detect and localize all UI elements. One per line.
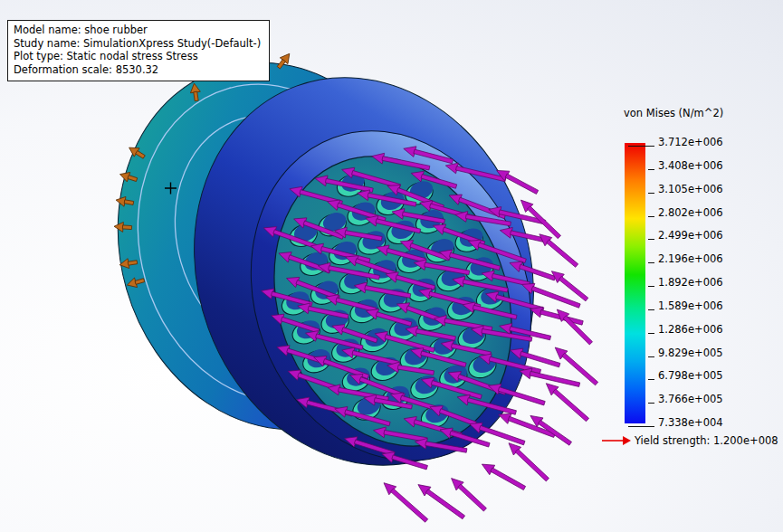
legend-tick-mark: [648, 262, 654, 263]
plot-type-line: Plot type: Static nodal stress Stress: [14, 50, 261, 63]
legend-title: von Mises (N/m^2): [624, 107, 723, 119]
legend-scale-row: 9.829e+005: [648, 346, 723, 360]
legend-scale-value: 2.196e+006: [658, 252, 723, 265]
legend-tick-mark: [648, 309, 654, 310]
legend-scale-row: 1.286e+006: [648, 322, 723, 337]
legend-tick-mark: [648, 356, 654, 357]
legend-scale-row: 3.766e+005: [648, 392, 723, 406]
legend-tick-mark: [648, 403, 654, 404]
legend-scale-value: 9.829e+005: [658, 347, 723, 359]
legend-scale-row: 1.892e+006: [648, 275, 723, 290]
legend-scale-row: 6.798e+005: [648, 368, 723, 383]
legend-scale-row: 2.499e+006: [648, 228, 723, 242]
legend-scale-row: 2.196e+006: [648, 252, 723, 266]
legend-scale-value: 3.105e+006: [658, 183, 723, 195]
study-name-line: Study name: SimulationXpress Study(-Defa…: [14, 37, 261, 51]
legend-tick-mark: [648, 169, 654, 170]
legend-scale-value: 3.712e+006: [658, 136, 723, 148]
legend-scale-row: 3.105e+006: [648, 182, 723, 196]
legend-scale-value: 1.589e+006: [658, 299, 723, 312]
force-arrow-icon: [542, 379, 591, 423]
force-arrow-icon: [505, 439, 551, 483]
legend-scale-row: 1.589e+006: [648, 299, 723, 313]
legend-scale-row: 3.408e+006: [648, 158, 723, 173]
legend-tick-mark: [648, 216, 654, 217]
yield-strength-row: Yield strength: 1.200e+008: [601, 434, 778, 447]
legend-scale-row: 3.712e+006: [628, 135, 723, 149]
legend-scale-value: 3.408e+006: [658, 159, 723, 172]
legend-tick-mark: [648, 193, 654, 194]
deformation-scale-line: Deformation scale: 8530.32: [14, 63, 261, 77]
legend-tick-mark: [628, 146, 654, 147]
yield-arrow-icon: [601, 435, 631, 446]
model-name-line: Model name: shoe rubber: [14, 24, 261, 37]
force-arrow-icon: [479, 460, 527, 493]
stress-legend: von Mises (N/m^2) 3.712e+0063.408e+0063.…: [599, 101, 782, 463]
legend-scale-row: 7.338e+004: [628, 415, 723, 430]
legend-color-bar: [625, 143, 645, 423]
legend-tick-mark: [648, 379, 654, 380]
legend-scale-value: 1.286e+006: [658, 323, 723, 336]
legend-tick-mark: [648, 239, 654, 240]
legend-tick-mark: [648, 286, 654, 287]
force-arrow-icon: [553, 306, 595, 347]
yield-strength-label: Yield strength: 1.200e+008: [635, 434, 778, 447]
legend-scale-value: 6.798e+005: [658, 369, 723, 382]
legend-scale-value: 7.338e+004: [658, 416, 723, 429]
legend-scale-value: 3.766e+005: [658, 393, 723, 405]
legend-tick-mark: [628, 426, 654, 427]
legend-scale-row: 2.802e+006: [648, 205, 723, 220]
plot-info-box: Model name: shoe rubber Study name: Simu…: [7, 20, 270, 81]
legend-scale-value: 2.802e+006: [658, 206, 723, 219]
legend-scale-value: 1.892e+006: [658, 276, 723, 289]
legend-scale-value: 2.499e+006: [658, 229, 723, 242]
legend-tick-mark: [648, 333, 654, 334]
